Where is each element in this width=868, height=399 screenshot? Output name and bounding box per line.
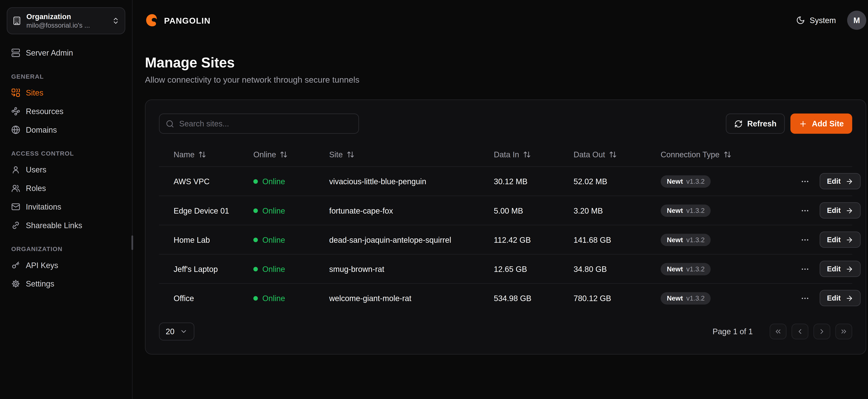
page-subtitle: Allow connectivity to your network throu…	[145, 75, 866, 84]
online-dot-icon	[253, 208, 258, 213]
online-dot-icon	[253, 179, 258, 184]
brand[interactable]: PANGOLIN	[145, 13, 211, 27]
sidebar-item-label: API Keys	[26, 260, 58, 270]
client-name: Newt	[667, 265, 683, 273]
sidebar-item-domains[interactable]: Domains	[7, 120, 125, 139]
column-header-online[interactable]: Online	[253, 150, 329, 159]
sort-icon	[280, 151, 288, 158]
row-menu-button[interactable]	[798, 233, 812, 246]
edit-button[interactable]: Edit	[819, 290, 860, 306]
online-label: Online	[262, 235, 285, 244]
sidebar-resize-handle[interactable]	[131, 236, 133, 250]
theme-toggle[interactable]: System	[796, 16, 836, 25]
app: Organization milo@fossorial.io's ... Ser…	[0, 0, 868, 399]
arrow-right-icon	[845, 294, 853, 302]
plus-icon	[799, 119, 807, 128]
chevron-left-icon	[796, 328, 804, 335]
sidebar-item-api-keys[interactable]: API Keys	[7, 255, 125, 274]
gear-icon	[11, 279, 20, 288]
sidebar-item-sites[interactable]: Sites	[7, 83, 125, 102]
site-name-cell: Office	[159, 294, 253, 303]
sidebar-item-server-admin[interactable]: Server Admin	[7, 43, 125, 62]
chevrons-left-icon	[774, 328, 782, 335]
row-actions-cell: Edit	[798, 290, 865, 306]
table-header: Name Online Site Data In	[159, 143, 852, 166]
sidebar-item-settings[interactable]: Settings	[7, 274, 125, 293]
sites-icon	[11, 88, 20, 97]
column-label: Connection Type	[661, 150, 720, 159]
table-row: Jeff's Laptop Online smug-brown-rat 12.6…	[159, 254, 852, 283]
column-header-connection-type[interactable]: Connection Type	[661, 150, 798, 159]
column-header-data-in[interactable]: Data In	[494, 150, 574, 159]
row-actions-cell: Edit	[798, 173, 865, 189]
first-page-button[interactable]	[770, 324, 786, 339]
connection-type-cell: Newt v1.3.2	[661, 234, 798, 246]
table-row: Edge Device 01 Online fortunate-cape-fox…	[159, 195, 852, 225]
online-label: Online	[262, 265, 285, 273]
add-site-button[interactable]: Add Site	[790, 114, 852, 134]
moon-icon	[796, 16, 805, 25]
avatar[interactable]: M	[847, 10, 866, 30]
connection-type-cell: Newt v1.3.2	[661, 292, 798, 304]
online-label: Online	[262, 294, 285, 303]
org-text: Organization milo@fossorial.io's ...	[26, 12, 107, 30]
data-out-cell: 52.02 MB	[574, 177, 661, 186]
next-page-button[interactable]	[813, 324, 830, 339]
row-menu-button[interactable]	[798, 175, 812, 188]
connection-badge: Newt v1.3.2	[661, 234, 711, 246]
sidebar-item-label: Settings	[26, 279, 54, 288]
table-row: Home Lab Online dead-san-joaquin-antelop…	[159, 225, 852, 254]
edit-button[interactable]: Edit	[819, 261, 860, 277]
previous-page-button[interactable]	[792, 324, 808, 339]
org-selector[interactable]: Organization milo@fossorial.io's ...	[7, 7, 125, 34]
column-label: Data In	[494, 150, 519, 159]
search-icon	[166, 119, 174, 128]
row-menu-button[interactable]	[798, 204, 812, 217]
resources-icon	[11, 106, 20, 116]
site-name-cell: Edge Device 01	[159, 206, 253, 215]
sidebar-item-users[interactable]: Users	[7, 160, 125, 179]
site-tunnel-cell: smug-brown-rat	[329, 265, 494, 273]
column-header-name[interactable]: Name	[159, 150, 253, 159]
sort-icon	[609, 151, 617, 158]
pagination: 20 Page 1 of 1	[159, 323, 852, 340]
page-size-select[interactable]: 20	[159, 323, 194, 340]
search-input[interactable]	[179, 119, 352, 128]
row-menu-button[interactable]	[798, 262, 812, 276]
column-label: Site	[329, 150, 343, 159]
sidebar-item-resources[interactable]: Resources	[7, 102, 125, 120]
sidebar-item-roles[interactable]: Roles	[7, 179, 125, 197]
site-name-cell: Home Lab	[159, 235, 253, 244]
column-header-data-out[interactable]: Data Out	[574, 150, 661, 159]
page-nav	[770, 324, 852, 339]
refresh-button[interactable]: Refresh	[726, 114, 785, 134]
data-in-cell: 112.42 GB	[494, 235, 574, 244]
roles-icon	[11, 184, 20, 192]
online-dot-icon	[253, 267, 258, 271]
column-header-site[interactable]: Site	[329, 150, 494, 159]
table-row: AWS VPC Online vivacious-little-blue-pen…	[159, 166, 852, 195]
edit-button[interactable]: Edit	[819, 202, 860, 219]
edit-button[interactable]: Edit	[819, 173, 860, 189]
site-status-cell: Online	[253, 206, 329, 215]
site-status-cell: Online	[253, 265, 329, 273]
sites-card: Refresh Add Site Name Online	[145, 99, 866, 355]
last-page-button[interactable]	[835, 324, 852, 339]
table-body: AWS VPC Online vivacious-little-blue-pen…	[159, 166, 852, 312]
toolbar-actions: Refresh Add Site	[726, 114, 852, 134]
client-version: v1.3.2	[686, 294, 705, 302]
sidebar-item-label: Resources	[26, 106, 64, 116]
arrow-right-icon	[845, 207, 853, 214]
row-menu-button[interactable]	[798, 291, 812, 305]
site-tunnel-cell: dead-san-joaquin-antelope-squirrel	[329, 235, 494, 244]
site-name-cell: AWS VPC	[159, 177, 253, 186]
site-status-cell: Online	[253, 235, 329, 244]
refresh-icon	[734, 119, 743, 128]
site-tunnel-cell: welcome-giant-mole-rat	[329, 294, 494, 303]
data-out-cell: 780.12 GB	[574, 294, 661, 303]
sidebar-item-shareable-links[interactable]: Shareable Links	[7, 216, 125, 235]
sidebar-item-invitations[interactable]: Invitations	[7, 197, 125, 216]
client-name: Newt	[667, 207, 683, 214]
sidebar-item-label: Users	[26, 165, 46, 174]
edit-button[interactable]: Edit	[819, 232, 860, 248]
